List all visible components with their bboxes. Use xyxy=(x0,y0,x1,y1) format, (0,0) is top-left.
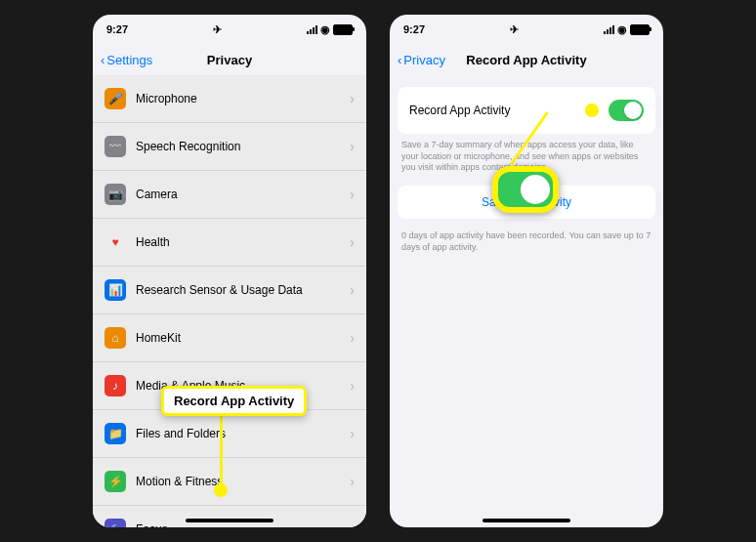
list-item[interactable]: ⚡Motion & Fitness› xyxy=(93,458,366,506)
back-button[interactable]: ‹ Privacy xyxy=(398,53,445,67)
list-item[interactable]: 🎤Microphone› xyxy=(93,75,366,123)
phone-privacy-settings: 9:27 ✈ ◉ ‹ Settings Privacy 🎤Microphone›… xyxy=(93,15,366,527)
app-icon: 🎤 xyxy=(105,88,126,109)
chevron-right-icon: › xyxy=(350,330,355,346)
battery-icon xyxy=(333,24,353,35)
wifi-icon: ◉ xyxy=(320,23,330,36)
record-toggle[interactable] xyxy=(609,100,644,121)
nav-bar: ‹ Settings Privacy xyxy=(93,44,366,75)
page-title: Privacy xyxy=(207,53,252,67)
annotation-dot xyxy=(214,483,228,497)
chevron-right-icon: › xyxy=(350,282,355,298)
chevron-right-icon: › xyxy=(350,234,355,250)
row-label: Research Sensor & Usage Data xyxy=(136,283,350,297)
annotation-line xyxy=(220,413,223,487)
chevron-right-icon: › xyxy=(350,91,355,106)
list-item[interactable]: 📁Files and Folders› xyxy=(93,410,366,458)
nav-bar: ‹ Privacy Record App Activity xyxy=(390,44,663,75)
callout-record-app-activity: Record App Activity xyxy=(161,386,307,416)
battery-icon xyxy=(630,24,650,35)
phone-record-activity: 9:27 ✈ ◉ ‹ Privacy Record App Activity R… xyxy=(390,15,663,527)
home-indicator xyxy=(186,519,273,522)
scroll-content[interactable]: 🎤Microphone›〰Speech Recognition›📷Camera›… xyxy=(93,75,366,527)
signal-icon xyxy=(307,25,317,34)
page-title: Record App Activity xyxy=(466,53,586,67)
app-icon: ☾ xyxy=(105,519,126,527)
callout-toggle-icon xyxy=(492,166,559,213)
row-label: HomeKit xyxy=(136,331,350,345)
home-indicator xyxy=(483,519,570,522)
save-description: 0 days of app activity have been recorde… xyxy=(390,225,663,259)
chevron-right-icon: › xyxy=(350,521,355,527)
status-time: 9:27 xyxy=(106,23,128,35)
row-label: Focus xyxy=(136,522,350,527)
back-label: Settings xyxy=(106,53,152,67)
app-icon: 📷 xyxy=(105,184,126,205)
toggle-label: Record App Activity xyxy=(409,104,609,117)
privacy-list: 🎤Microphone›〰Speech Recognition›📷Camera›… xyxy=(93,75,366,527)
status-indicators: ◉ xyxy=(604,23,650,36)
record-toggle-row[interactable]: Record App Activity xyxy=(398,87,655,134)
chevron-left-icon: ‹ xyxy=(398,53,401,67)
chevron-right-icon: › xyxy=(350,474,355,489)
signal-icon xyxy=(604,25,614,34)
app-icon: 📁 xyxy=(105,423,126,444)
app-icon: 📊 xyxy=(105,279,126,301)
list-item[interactable]: 📊Research Sensor & Usage Data› xyxy=(93,267,366,314)
list-item[interactable]: 〰Speech Recognition› xyxy=(93,123,366,171)
chevron-right-icon: › xyxy=(350,139,355,154)
app-icon: ♪ xyxy=(105,375,126,396)
row-label: Files and Folders xyxy=(136,427,350,440)
app-icon: ⌂ xyxy=(105,327,126,349)
row-label: Speech Recognition xyxy=(136,140,350,153)
app-icon: ⚡ xyxy=(105,471,126,492)
chevron-right-icon: › xyxy=(350,378,355,394)
list-item[interactable]: ♥Health› xyxy=(93,219,366,267)
status-time: 9:27 xyxy=(403,23,425,35)
row-label: Health xyxy=(136,235,350,249)
app-icon: ♥ xyxy=(105,231,126,253)
chevron-left-icon: ‹ xyxy=(101,53,105,67)
chevron-right-icon: › xyxy=(350,187,355,202)
chevron-right-icon: › xyxy=(350,426,355,441)
row-label: Camera xyxy=(136,188,350,201)
app-icon: 〰 xyxy=(105,136,126,157)
list-item[interactable]: 📷Camera› xyxy=(93,171,366,219)
toggle-section: Record App Activity xyxy=(398,87,655,134)
row-label: Microphone xyxy=(136,92,350,105)
back-label: Privacy xyxy=(403,53,445,67)
status-bar: 9:27 ✈ ◉ xyxy=(390,15,663,44)
annotation-dot xyxy=(585,104,599,117)
wifi-icon: ◉ xyxy=(617,23,627,36)
status-indicators: ◉ xyxy=(307,23,353,36)
list-item[interactable]: ☾Focus› xyxy=(93,506,366,527)
status-bar: 9:27 ✈ ◉ xyxy=(93,15,366,44)
row-label: Motion & Fitness xyxy=(136,475,350,488)
back-button[interactable]: ‹ Settings xyxy=(101,53,152,67)
list-item[interactable]: ⌂HomeKit› xyxy=(93,314,366,362)
